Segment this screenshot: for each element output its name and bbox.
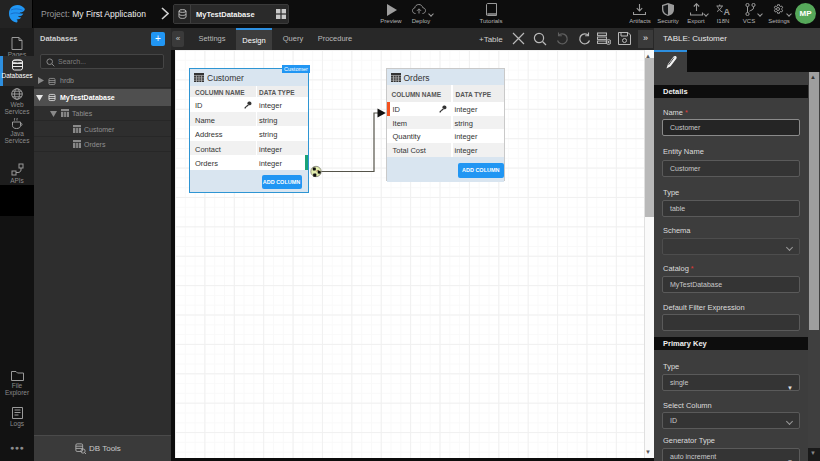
svg-text:A: A [724,7,731,17]
